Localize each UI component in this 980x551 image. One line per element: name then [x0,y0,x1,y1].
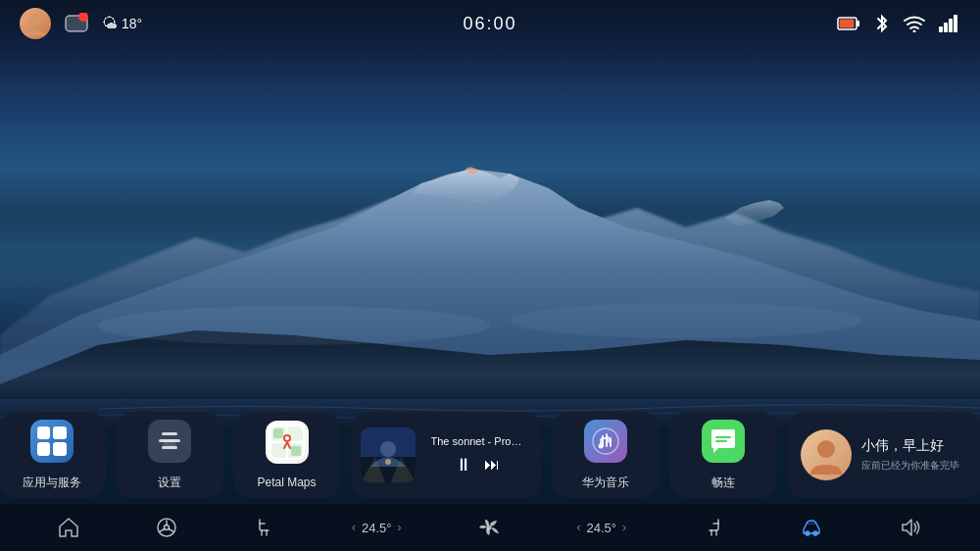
bottom-dock: 应用与服务 设置 [0,406,980,504]
svg-rect-11 [949,19,953,32]
nav-seat-left[interactable] [255,517,276,538]
seat-left-icon [255,517,276,538]
svg-rect-13 [162,432,177,435]
wifi-icon [904,15,925,32]
greeting-card[interactable]: 小伟，早上好 应前已经为你准备完毕 [787,412,981,498]
user-avatar[interactable] [20,8,51,39]
music-player-button[interactable]: The sonnet - Promise ⏸ ⏭ [351,412,542,498]
svg-rect-18 [273,428,283,438]
nav-volume[interactable] [899,516,922,539]
apps-services-button[interactable]: 应用与服务 [0,412,106,498]
seat-right-icon [702,517,723,538]
music-title: The sonnet - Promise [431,435,524,447]
status-bar: 🌤 18° 06:00 [0,0,980,47]
weather-info: 🌤 18° [102,15,142,32]
volume-icon [899,516,922,539]
svg-point-28 [817,440,835,458]
signal-icon [939,15,960,32]
apps-grid-icon [30,420,74,463]
svg-rect-9 [939,26,943,32]
svg-point-24 [380,441,396,457]
settings-button[interactable]: 设置 [116,412,223,498]
nav-temp-left[interactable]: ‹ 24.5° › [352,521,402,535]
settings-icon [148,420,191,463]
messages-button[interactable]: 畅连 [669,412,777,498]
svg-rect-7 [840,20,855,28]
bluetooth-icon [874,13,890,34]
temp-right-value: 24.5° [586,521,616,535]
status-left: 🌤 18° [20,8,142,39]
petal-maps-icon [266,421,309,464]
nav-temp-right[interactable]: ‹ 24.5° › [576,521,626,535]
nav-seat-right[interactable] [702,517,723,538]
bottom-nav: ‹ 24.5° › ‹ 24.5° › [0,504,980,551]
temp-left-increase[interactable]: › [398,521,402,534]
mountain-scene [0,139,980,433]
svg-rect-12 [954,15,957,32]
nav-fan[interactable] [477,516,501,539]
greeting-name: 小伟，早上好 [861,437,959,455]
greeting-subtitle: 应前已经为你准备完毕 [861,459,959,473]
messages-icon [702,420,745,463]
nav-car[interactable] [800,516,823,539]
album-art [361,427,416,482]
svg-rect-6 [857,21,859,26]
svg-point-8 [913,30,916,33]
hw-music-label: 华为音乐 [582,475,629,491]
nav-steering[interactable] [155,516,178,539]
clock: 06:00 [463,14,516,34]
music-controls: ⏸ ⏭ [455,455,500,476]
car-icon [800,516,823,539]
steering-icon [155,516,178,539]
temperature: 18° [122,16,142,31]
petal-maps-button[interactable]: Petal Maps [233,412,341,498]
svg-rect-19 [291,446,301,456]
status-right [837,13,960,34]
temp-left-value: 24.5° [362,521,392,535]
petal-maps-label: Petal Maps [257,476,316,489]
hw-music-button[interactable]: 华为音乐 [552,412,660,498]
temp-left-decrease[interactable]: ‹ [352,521,356,534]
message-badge[interactable] [63,12,90,35]
svg-point-21 [285,436,289,440]
weather-icon: 🌤 [102,15,118,32]
play-pause-button[interactable]: ⏸ [455,455,472,476]
svg-point-0 [98,306,490,345]
svg-rect-10 [944,23,948,32]
fan-icon [477,516,501,539]
apps-label: 应用与服务 [23,475,81,491]
music-info: The sonnet - Promise ⏸ ⏭ [423,435,532,476]
temp-right-increase[interactable]: › [622,521,626,534]
messages-label: 畅连 [711,475,735,491]
svg-point-1 [510,303,862,338]
next-button[interactable]: ⏭ [484,456,500,474]
battery-icon [837,16,860,31]
temp-right-decrease[interactable]: ‹ [576,521,580,534]
nav-home[interactable] [58,517,79,538]
greeting-text: 小伟，早上好 应前已经为你准备完毕 [861,437,959,473]
home-icon [58,517,79,538]
hw-music-icon [584,420,627,463]
settings-label: 设置 [158,475,181,491]
greeting-avatar [801,429,852,480]
svg-point-25 [385,459,391,465]
svg-point-2 [29,14,41,25]
